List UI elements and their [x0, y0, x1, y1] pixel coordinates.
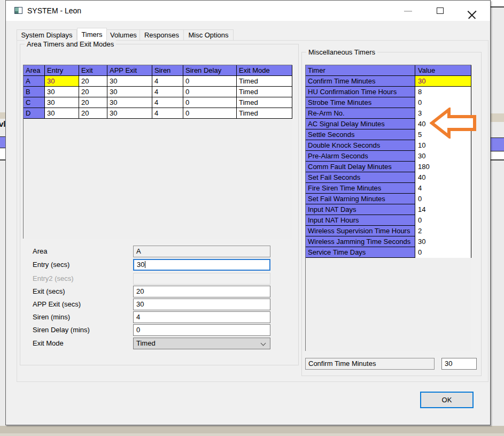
table-cell[interactable]: Timed	[237, 76, 292, 87]
timer-name[interactable]: Set Fail Warning Minutes	[306, 194, 415, 204]
table-row[interactable]: Double Knock Seconds10	[306, 140, 471, 151]
table-cell[interactable]: C	[24, 97, 45, 108]
table-cell[interactable]: 30	[45, 87, 79, 97]
exit-mode-select[interactable]: Timed	[133, 338, 270, 349]
timer-value[interactable]: 0	[415, 194, 471, 204]
table-cell[interactable]: 20	[79, 87, 107, 97]
table-cell[interactable]: 20	[79, 97, 107, 108]
tab-system-displays[interactable]: System Displays	[17, 29, 77, 41]
table-row[interactable]: Strobe Time Minutes0	[306, 97, 471, 108]
entry-field[interactable]: 30	[133, 259, 270, 271]
table-cell[interactable]: Timed	[237, 108, 292, 119]
timer-value[interactable]: 2	[415, 226, 471, 236]
tab-timers[interactable]: Timers	[77, 28, 107, 41]
table-cell-selected[interactable]: 30	[45, 76, 79, 87]
app-exit-field[interactable]: 30	[133, 299, 270, 310]
timer-name[interactable]: Re-Arm No.	[306, 108, 415, 119]
timer-name[interactable]: AC Signal Delay Minutes	[306, 119, 415, 129]
table-cell[interactable]: 30	[45, 108, 79, 119]
siren-delay-field[interactable]: 0	[133, 324, 270, 336]
table-row[interactable]: Confirm Time Minutes30	[306, 76, 471, 87]
title-bar[interactable]: SYSTEM - Leon	[6, 1, 490, 21]
timer-value[interactable]: 4	[415, 183, 471, 194]
table-cell[interactable]: 20	[79, 76, 107, 87]
timer-name[interactable]: Double Knock Seconds	[306, 140, 415, 151]
timer-value[interactable]: 14	[415, 204, 471, 215]
table-cell[interactable]: 4	[152, 76, 183, 87]
minimize-button[interactable]	[399, 5, 417, 18]
table-row[interactable]: Wireless Jamming Time Seconds30	[306, 236, 471, 247]
table-cell[interactable]: 30	[107, 76, 152, 87]
table-cell[interactable]: 0	[183, 76, 237, 87]
timer-name[interactable]: Settle Seconds	[306, 129, 415, 140]
table-cell[interactable]: Timed	[237, 87, 292, 97]
table-row[interactable]: HU Confirmation Time Hours8	[306, 87, 471, 97]
table-cell[interactable]: Timed	[237, 97, 292, 108]
table-row[interactable]: Input NAT Hours0	[306, 215, 471, 226]
selected-timer-value-field[interactable]: 30	[441, 358, 477, 370]
table-cell[interactable]: 20	[79, 108, 107, 119]
table-cell[interactable]: 30	[107, 108, 152, 119]
timer-value[interactable]: 10	[415, 140, 471, 151]
table-cell[interactable]: B	[24, 87, 45, 97]
column-header[interactable]: APP Exit	[107, 65, 152, 76]
timer-name[interactable]: Pre-Alarm Seconds	[306, 151, 415, 162]
table-row[interactable]: Set Fail Warning Minutes0	[306, 194, 471, 204]
timer-name[interactable]: HU Confirmation Time Hours	[306, 87, 415, 97]
timer-value[interactable]: 30	[415, 151, 471, 162]
table-cell[interactable]: D	[24, 108, 45, 119]
timer-value-selected[interactable]: 30	[415, 76, 471, 87]
siren-field[interactable]: 4	[133, 311, 270, 323]
timer-name[interactable]: Service Time Days	[306, 247, 415, 258]
table-row[interactable]: Comm Fault Delay Minutes180	[306, 162, 471, 172]
table-row[interactable]: Fire Siren Time Minutes4	[306, 183, 471, 194]
timer-name[interactable]: Wireless Jamming Time Seconds	[306, 236, 415, 247]
column-header[interactable]: Siren	[152, 65, 183, 76]
table-row[interactable]: Service Time Days0	[306, 247, 471, 258]
close-button[interactable]	[463, 5, 482, 18]
table-row[interactable]: C 30 20 30 4 0 Timed	[24, 97, 292, 108]
timer-name[interactable]: Set Fail Seconds	[306, 172, 415, 183]
table-cell[interactable]: 4	[152, 97, 183, 108]
table-cell[interactable]: 30	[45, 97, 79, 108]
tab-volumes[interactable]: Volumes	[107, 29, 140, 41]
timer-value[interactable]: 8	[415, 87, 471, 97]
tab-responses[interactable]: Responses	[140, 29, 184, 41]
timer-value[interactable]: 40	[415, 172, 471, 183]
timer-name[interactable]: Fire Siren Time Minutes	[306, 183, 415, 194]
timer-value[interactable]: 180	[415, 162, 471, 172]
table-row[interactable]: D 30 20 30 4 0 Timed	[24, 108, 292, 119]
timer-name[interactable]: Strobe Time Minutes	[306, 97, 415, 108]
timer-name[interactable]: Input NAT Hours	[306, 215, 415, 226]
column-header[interactable]: Entry	[45, 65, 79, 76]
column-header[interactable]: Value	[415, 65, 471, 76]
area-field[interactable]: A	[133, 246, 270, 257]
timer-name[interactable]: Comm Fault Delay Minutes	[306, 162, 415, 172]
timer-name[interactable]: Input NAT Days	[306, 204, 415, 215]
timer-value[interactable]: 0	[415, 215, 471, 226]
timer-value[interactable]: 30	[415, 236, 471, 247]
table-cell[interactable]: 4	[152, 87, 183, 97]
timer-value[interactable]: 0	[415, 97, 471, 108]
table-row[interactable]: Set Fail Seconds40	[306, 172, 471, 183]
column-header[interactable]: Area	[24, 65, 45, 76]
ok-button[interactable]: OK	[420, 392, 474, 408]
table-cell[interactable]: 0	[183, 108, 237, 119]
exit-field[interactable]: 20	[133, 286, 270, 297]
table-cell[interactable]: A	[24, 76, 45, 87]
table-cell[interactable]: 30	[107, 87, 152, 97]
table-row[interactable]: Input NAT Days14	[306, 204, 471, 215]
table-row[interactable]: A 30 20 30 4 0 Timed	[24, 76, 292, 87]
column-header[interactable]: Siren Delay	[183, 65, 237, 76]
table-row[interactable]: Pre-Alarm Seconds30	[306, 151, 471, 162]
timer-name[interactable]: Confirm Time Minutes	[306, 76, 415, 87]
table-row[interactable]: Wireless Supervision Time Hours2	[306, 226, 471, 236]
table-row[interactable]: B 30 20 30 4 0 Timed	[24, 87, 292, 97]
column-header[interactable]: Exit	[79, 65, 107, 76]
column-header[interactable]: Exit Mode	[237, 65, 292, 76]
maximize-button[interactable]	[431, 5, 449, 18]
tab-misc-options[interactable]: Misc Options	[184, 29, 234, 41]
column-header[interactable]: Timer	[306, 65, 415, 76]
table-cell[interactable]: 4	[152, 108, 183, 119]
timer-value[interactable]: 0	[415, 247, 471, 258]
